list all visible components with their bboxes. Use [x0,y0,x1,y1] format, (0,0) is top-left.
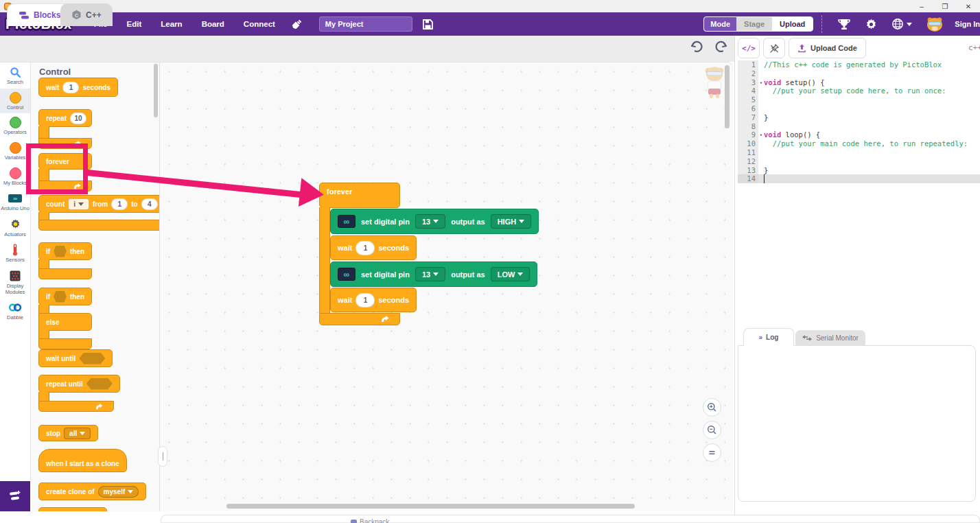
condition-slot[interactable] [54,246,67,257]
condition-slot[interactable] [79,353,105,364]
redo-icon[interactable] [714,40,728,54]
script-set-pin-low-block[interactable]: ∞ set digital pin 13 output as LOW [330,262,537,287]
sidebar-item-variables[interactable]: Variables [0,139,30,164]
zoom-out-button[interactable] [703,421,721,439]
user-avatar[interactable] [926,16,944,32]
undo-icon[interactable] [690,40,704,54]
code-line[interactable]: 6 [738,104,980,113]
sidebar-item-search[interactable]: Search [0,62,30,89]
code-line[interactable]: 4 //put your setup code here, to run onc… [738,86,980,95]
script-set-pin-high-block[interactable]: ∞ set digital pin 13 output as HIGH [330,209,539,234]
block-count[interactable]: count i from 1 to 4 in steps of [38,195,160,213]
block-wait-until[interactable]: wait until [38,349,113,367]
block-if-then[interactable]: ifthen [38,242,92,260]
minimize-button[interactable]: – [910,3,933,10]
block-forever[interactable] [38,181,92,191]
canvas-horizontal-scrollbar[interactable] [226,504,635,509]
palette-resize-handle[interactable] [158,446,167,467]
tab-serial-monitor[interactable]: Serial Monitor [795,330,865,346]
sidebar-item-dabble[interactable]: Dabble [0,298,30,324]
condition-slot[interactable] [54,291,67,303]
block-forever[interactable]: forever [38,153,92,170]
upload-code-button[interactable]: Upload Code [789,38,866,58]
trophy-icon[interactable] [837,18,851,31]
save-icon[interactable] [422,19,434,30]
sidebar-item-arduino-uno[interactable]: ∞Arduino Uno [0,189,30,215]
script-wait-block[interactable]: wait 1 seconds [330,288,417,312]
code-view-button[interactable]: </> [738,38,760,58]
settings-gear-icon[interactable] [865,18,878,31]
block-if-else[interactable] [38,330,49,338]
code-line[interactable]: 14 [738,174,980,183]
block-create-clone[interactable]: create clone of myself [38,483,146,500]
sidebar-item-display-modules[interactable]: Display Modules [0,266,30,298]
wait-value-input[interactable]: 1 [355,293,375,307]
code-line[interactable]: 1//This c++ code is generated by PictoBl… [738,60,980,69]
language-globe-icon[interactable] [891,18,912,30]
block-repeat[interactable] [38,138,92,149]
code-line[interactable]: 12 [738,157,980,166]
code-line[interactable]: 11 [738,148,980,157]
code-line[interactable]: 7} [738,113,980,122]
clone-target-dropdown[interactable]: myself [98,486,139,498]
zoom-in-button[interactable] [703,398,721,417]
block-wait[interactable]: wait1seconds [38,78,118,97]
mode-upload-option[interactable]: Upload [772,17,813,31]
block-if-else-else[interactable]: else [38,313,92,331]
script-canvas[interactable]: forever ∞ set digital pin 13 output as H… [160,62,733,511]
backpack-bar[interactable]: Backpack [161,515,980,523]
block-repeat[interactable] [38,126,49,139]
sidebar-item-actuators[interactable]: Actuators [0,215,30,241]
menu-connect[interactable]: Connect [234,20,285,28]
code-line[interactable]: 5 [738,95,980,104]
sign-in-link[interactable]: Sign In [955,20,980,28]
zoom-reset-button[interactable] [703,443,721,462]
sidebar-item-control[interactable]: Control [0,89,30,114]
block-repeat[interactable]: repeat10 [38,109,92,127]
connect-plug-icon[interactable] [292,19,303,30]
pin-toggle-button[interactable] [763,38,785,58]
condition-slot[interactable] [86,378,113,390]
block-repeat-until[interactable]: repeat until [38,375,120,393]
add-extension-button[interactable] [0,481,30,511]
menu-edit[interactable]: Edit [117,20,152,28]
script-forever-block[interactable] [319,313,400,325]
script-forever-block[interactable] [319,207,330,313]
block-if-then[interactable] [38,259,49,268]
palette-scrollbar[interactable] [154,64,158,117]
script-wait-block[interactable]: wait 1 seconds [330,235,417,260]
tab-cpp[interactable]: C C++ [60,3,113,26]
menu-board[interactable]: Board [192,20,234,28]
block-stop[interactable]: stop all [38,425,98,441]
sidebar-item-operators[interactable]: Operators [0,113,30,139]
block-if-else[interactable]: ifthen [38,288,92,305]
block-if-then[interactable] [38,268,92,279]
project-name-input[interactable] [319,16,412,32]
tab-log[interactable]: » Log [743,328,794,346]
menu-learn[interactable]: Learn [151,20,191,28]
pin-dropdown[interactable]: 13 [415,267,445,281]
sidebar-item-my-blocks[interactable]: My Blocks [0,164,30,189]
state-dropdown[interactable]: LOW [491,267,530,281]
code-line[interactable]: 2 [738,69,980,78]
code-editor[interactable]: 1//This c++ code is generated by PictoBl… [738,60,980,318]
block-count[interactable] [38,220,160,231]
block-forever[interactable] [38,169,49,181]
code-line[interactable]: 13} [738,166,980,175]
block-delete-clone[interactable]: delete this clone [38,507,107,511]
count-from-input[interactable]: 1 [111,198,128,210]
code-line[interactable]: 8 [738,122,980,131]
canvas-vertical-scrollbar[interactable] [725,65,730,128]
mode-stage-option[interactable]: Stage [736,17,772,31]
wait-value-input[interactable]: 1 [62,82,79,93]
block-if-else[interactable] [38,305,49,313]
count-to-input[interactable]: 4 [141,198,158,210]
count-var-dropdown[interactable]: i [68,198,89,210]
code-line[interactable]: 9▾void loop() { [738,130,980,139]
stop-dropdown[interactable]: all [64,428,91,439]
maximize-button[interactable]: ❐ [933,3,957,10]
block-repeat-until[interactable] [38,392,49,401]
close-button[interactable]: ✕ [957,3,980,10]
script-forever-block[interactable]: forever [319,183,400,208]
repeat-value-input[interactable]: 10 [70,113,86,124]
